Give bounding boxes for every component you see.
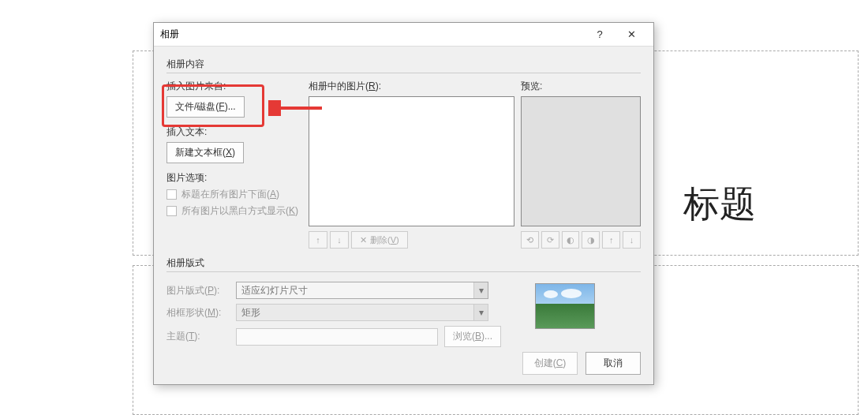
album-content-group-label: 相册内容 xyxy=(166,58,641,71)
rotate-right-icon: ⟳ xyxy=(547,235,554,245)
create-button-label: 创建(C) xyxy=(534,357,567,368)
new-textbox-button[interactable]: 新建文本框(X) xyxy=(166,142,244,163)
preview-label: 预览: xyxy=(521,80,641,93)
move-down-button: ↓ xyxy=(330,231,349,249)
create-button[interactable]: 创建(C) xyxy=(522,352,578,375)
frame-shape-value: 矩形 xyxy=(241,306,260,320)
insert-from-label: 插入图片来自: xyxy=(166,80,302,93)
rotate-left-icon: ⟲ xyxy=(526,235,533,245)
album-pictures-listbox[interactable] xyxy=(309,96,514,226)
contrast-up-button: ◐ xyxy=(562,231,580,249)
rotate-right-button: ⟳ xyxy=(541,231,559,249)
bw-display-checkbox-row: 所有图片以黑白方式显示(K) xyxy=(166,204,302,218)
help-button[interactable]: ? xyxy=(584,24,615,46)
contrast-down-button: ◑ xyxy=(582,231,600,249)
theme-input[interactable] xyxy=(236,328,438,346)
album-dialog: 相册 ? ✕ 相册内容 插入图片来自: 文件/磁盘(F)... 插入文本: 新建… xyxy=(153,22,654,385)
picture-options-label: 图片选项: xyxy=(166,171,302,185)
layout-thumbnail xyxy=(535,283,595,329)
contrast-icon: ◐ xyxy=(567,235,574,245)
file-disk-button-label: 文件/磁盘(F)... xyxy=(175,101,236,112)
cancel-button[interactable]: 取消 xyxy=(586,352,641,375)
rotate-left-button: ⟲ xyxy=(521,231,539,249)
browse-button-label: 浏览(B)... xyxy=(453,331,492,342)
pics-in-album-label: 相册中的图片(R): xyxy=(309,80,514,93)
brightness-up-icon: ↑ xyxy=(609,235,614,245)
preview-area xyxy=(521,96,641,226)
remove-button-label: 删除(V) xyxy=(370,234,399,246)
insert-text-label: 插入文本: xyxy=(166,125,302,139)
album-layout-group-label: 相册版式 xyxy=(166,256,641,270)
arrow-down-icon: ↓ xyxy=(337,235,342,245)
picture-layout-value: 适应幻灯片尺寸 xyxy=(241,284,308,297)
new-textbox-button-label: 新建文本框(X) xyxy=(175,147,235,158)
contrast-down-icon: ◑ xyxy=(587,235,595,245)
caption-below-checkbox xyxy=(166,189,177,200)
brightness-down-icon: ↓ xyxy=(630,235,634,245)
move-up-button: ↑ xyxy=(309,231,327,249)
chevron-down-icon: ▾ xyxy=(473,282,488,298)
remove-button: ✕ 删除(V) xyxy=(351,231,408,249)
chevron-down-icon: ▾ xyxy=(473,305,488,320)
caption-below-checkbox-row: 标题在所有图片下面(A) xyxy=(166,188,302,201)
picture-layout-label: 图片版式(P): xyxy=(166,284,230,297)
frame-shape-label: 相框形状(M): xyxy=(166,306,230,320)
titlebar[interactable]: 相册 ? ✕ xyxy=(154,23,653,47)
cancel-button-label: 取消 xyxy=(604,357,623,368)
picture-layout-select[interactable]: 适应幻灯片尺寸 ▾ xyxy=(236,282,488,299)
slide-title-text: 标题 xyxy=(683,180,756,229)
frame-shape-select: 矩形 ▾ xyxy=(236,304,488,321)
arrow-up-icon: ↑ xyxy=(316,235,320,245)
brightness-down-button: ↓ xyxy=(623,231,641,249)
caption-below-label: 标题在所有图片下面(A) xyxy=(181,188,279,201)
theme-label: 主题(T): xyxy=(166,330,230,343)
bw-display-checkbox xyxy=(166,206,177,216)
brightness-up-button: ↑ xyxy=(602,231,620,249)
remove-x-icon: ✕ xyxy=(360,235,367,245)
bw-display-label: 所有图片以黑白方式显示(K) xyxy=(181,204,298,218)
close-button[interactable]: ✕ xyxy=(615,24,647,46)
dialog-title: 相册 xyxy=(160,28,584,41)
file-disk-button[interactable]: 文件/磁盘(F)... xyxy=(166,96,245,118)
browse-button: 浏览(B)... xyxy=(444,326,501,347)
